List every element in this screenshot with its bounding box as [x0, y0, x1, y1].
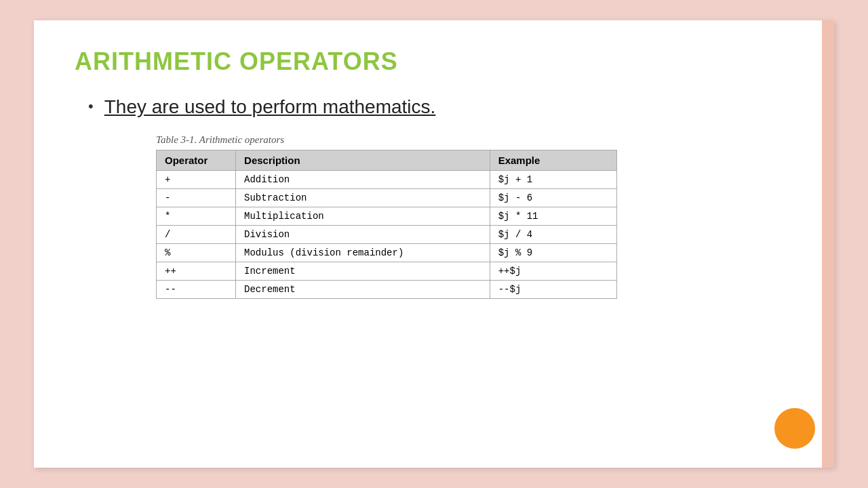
right-border-decoration — [822, 20, 834, 468]
table-cell-3-0: / — [157, 226, 236, 244]
table-cell-0-2: $j + 1 — [490, 171, 616, 189]
table-cell-3-1: Division — [236, 226, 490, 244]
table-cell-4-1: Modulus (division remainder) — [236, 244, 490, 262]
table-cell-6-2: --$j — [490, 281, 616, 299]
table-cell-0-0: + — [157, 171, 236, 189]
orange-circle-decoration — [774, 408, 815, 449]
table-cell-3-2: $j / 4 — [490, 226, 616, 244]
table-row: /Division$j / 4 — [157, 226, 617, 244]
table-cell-4-2: $j % 9 — [490, 244, 616, 262]
col-header-description: Description — [236, 150, 490, 171]
table-header-row: Operator Description Example — [157, 150, 617, 171]
table-cell-4-0: % — [157, 244, 236, 262]
table-cell-2-1: Multiplication — [236, 207, 490, 226]
bullet-dot: • — [88, 98, 94, 115]
table-row: -Subtraction$j - 6 — [157, 189, 617, 207]
table-cell-5-1: Increment — [236, 262, 490, 281]
table-row: *Multiplication$j * 11 — [157, 207, 617, 226]
col-header-operator: Operator — [157, 150, 236, 171]
slide: ARITHMETIC OPERATORS • They are used to … — [34, 20, 834, 468]
slide-title: ARITHMETIC OPERATORS — [75, 47, 793, 76]
col-header-example: Example — [490, 150, 616, 171]
table-row: ++Increment++$j — [157, 262, 617, 281]
bullet-text: They are used to perform mathematics. — [104, 96, 436, 118]
table-cell-1-2: $j - 6 — [490, 189, 616, 207]
table-cell-1-0: - — [157, 189, 236, 207]
table-cell-0-1: Addition — [236, 171, 490, 189]
table-cell-1-1: Subtraction — [236, 189, 490, 207]
table-row: +Addition$j + 1 — [157, 171, 617, 189]
table-cell-2-0: * — [157, 207, 236, 226]
table-caption: Table 3-1. Arithmetic operators — [156, 134, 793, 146]
bullet-item: • They are used to perform mathematics. — [75, 96, 793, 118]
table-cell-5-0: ++ — [157, 262, 236, 281]
table-cell-2-2: $j * 11 — [490, 207, 616, 226]
table-cell-6-0: -- — [157, 281, 236, 299]
table-row: --Decrement--$j — [157, 281, 617, 299]
operators-table: Operator Description Example +Addition$j… — [156, 150, 617, 299]
table-cell-6-1: Decrement — [236, 281, 490, 299]
table-cell-5-2: ++$j — [490, 262, 616, 281]
table-row: %Modulus (division remainder)$j % 9 — [157, 244, 617, 262]
table-container: Table 3-1. Arithmetic operators Operator… — [156, 134, 793, 299]
